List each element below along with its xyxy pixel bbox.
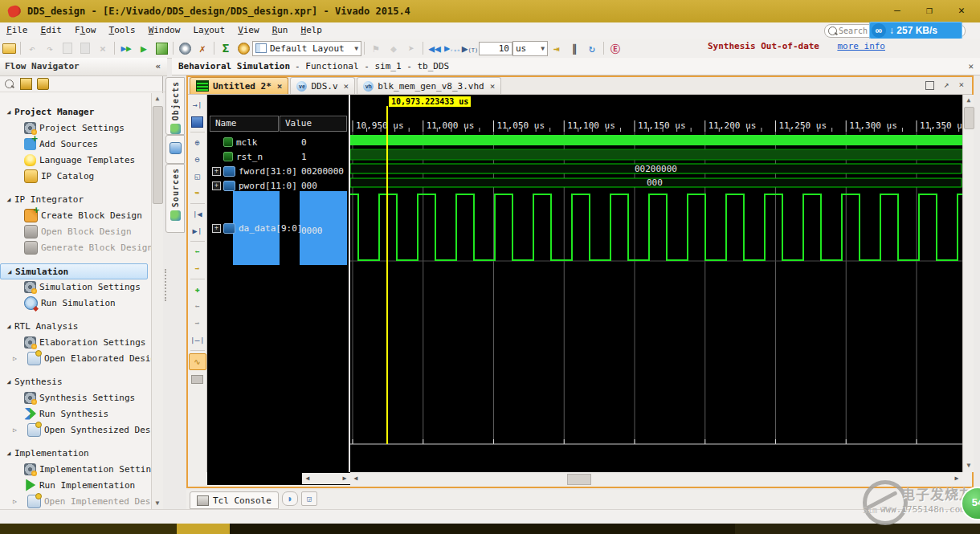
expander-icon[interactable]: ▷ <box>13 498 21 505</box>
flow-item-run-synthesis[interactable]: Run Synthesis <box>0 406 151 421</box>
run-all-icon[interactable]: ▶ᵣᵤₙ <box>444 41 460 55</box>
waveform-canvas[interactable]: 10,950 us11,000 us11,050 us11,100 us11,1… <box>350 95 962 472</box>
menu-item-file[interactable]: File <box>0 23 35 38</box>
expander-icon[interactable]: ▷ <box>13 355 21 362</box>
value-column-header[interactable]: Value <box>280 116 347 132</box>
zoom-out-icon[interactable]: ⊖ <box>190 152 206 167</box>
name-column-header[interactable]: Name <box>210 116 279 132</box>
flow-navigator-scrollbar[interactable]: ▲ ▼ <box>151 93 163 509</box>
signal-name-mclk[interactable]: mclk <box>212 135 291 149</box>
side-tab-scope[interactable] <box>165 135 185 164</box>
tcl-console-tab[interactable]: Tcl Console <box>190 491 279 509</box>
wave-scroll-down-icon[interactable]: ▼ <box>963 460 974 471</box>
sim-time-input[interactable]: 10 <box>479 42 512 55</box>
sigma-report-icon[interactable]: Σ <box>218 41 234 55</box>
expander-icon[interactable]: ▷ <box>13 426 21 434</box>
critical-tools-icon[interactable]: ✗ <box>194 41 210 55</box>
menu-item-help[interactable]: Help <box>295 23 329 38</box>
scrollbar-thumb[interactable] <box>153 106 163 204</box>
expand-signal-icon[interactable]: + <box>212 224 221 233</box>
select-cursor-icon[interactable]: ➤ <box>403 41 419 55</box>
add-marker-icon[interactable]: ✚ <box>190 282 206 297</box>
layout-selector-combo[interactable]: Default Layout▼ <box>252 41 361 56</box>
flow-item-add-sources[interactable]: Add Sources <box>0 137 151 151</box>
save-run-icon[interactable] <box>153 41 169 55</box>
tab-close-icon[interactable]: × <box>490 81 496 92</box>
find-in-console-icon[interactable]: ◲ <box>301 491 317 506</box>
flow-section-implementation[interactable]: ◢Implementation <box>0 446 151 460</box>
redo-icon[interactable]: ↷ <box>42 41 58 55</box>
delete-icon[interactable]: × <box>95 41 111 55</box>
run-design-icon[interactable]: ▶▶ <box>118 41 134 55</box>
step-icon[interactable]: ⇥ <box>549 41 565 55</box>
editor-tab-dds-v[interactable]: veDDS.v× <box>290 77 355 94</box>
close-button[interactable]: ✕ <box>948 2 975 20</box>
open-project-icon[interactable] <box>1 41 17 55</box>
copy-icon[interactable] <box>59 41 76 55</box>
go-to-start-icon[interactable]: ❘◀ <box>190 206 206 222</box>
tab-close-icon[interactable]: × <box>277 81 283 92</box>
download-speed-badge[interactable]: ∞ ↓ 257 KB/s <box>869 22 962 39</box>
collapse-panel-button[interactable]: « <box>155 58 161 75</box>
wave-scroll-left-icon[interactable]: ◀ <box>350 473 361 484</box>
next-marker-icon[interactable]: ➡ <box>190 316 206 331</box>
time-unit-combo[interactable]: us▼ <box>512 41 548 56</box>
breakpoint-icon[interactable]: Ⓔ <box>607 41 623 55</box>
pause-icon[interactable]: ∥ <box>566 41 582 55</box>
menu-item-tools[interactable]: Tools <box>103 23 142 38</box>
flow-section-rtl-analysis[interactable]: ◢RTL Analysis <box>0 319 151 333</box>
relaunch-icon[interactable]: ↻ <box>584 41 600 55</box>
side-tab-sources[interactable]: Sources <box>165 164 185 233</box>
float-ruler-icon[interactable] <box>190 372 206 387</box>
next-transition-icon[interactable]: ➡ <box>190 261 206 276</box>
flow-item-run-implementation[interactable]: Run Implementation <box>0 478 151 492</box>
flow-section-ip-integrator[interactable]: ◢IP Integrator <box>0 192 151 206</box>
flow-item-run-simulation[interactable]: Run Simulation <box>0 296 151 310</box>
prev-marker-icon[interactable]: ⬅ <box>190 299 206 314</box>
signal-name-fword310[interactable]: +fword[31:0] <box>212 164 280 178</box>
float-pane-icon[interactable] <box>925 81 934 90</box>
flow-item-project-settings[interactable]: Project Settings <box>0 120 151 135</box>
zoom-in-icon[interactable]: ⊕ <box>190 135 206 150</box>
name-panel-hscrollbar[interactable]: ◀ ▶ <box>207 472 350 485</box>
flow-item-create-block-design[interactable]: Create Block Design <box>0 208 151 222</box>
dim-tool-icon[interactable]: ◆ <box>386 41 402 55</box>
gear-yellow-icon[interactable] <box>235 41 251 55</box>
flow-item-open-elaborated-design[interactable]: ▷Open Elaborated Design <box>0 351 151 365</box>
save-waveform-icon[interactable] <box>190 114 206 129</box>
flow-section-synthesis[interactable]: ◢Synthesis <box>0 374 151 389</box>
flow-item-synthesis-settings[interactable]: Synthesis Settings <box>0 390 151 405</box>
collapse-all-icon[interactable] <box>20 78 32 90</box>
expand-signal-icon[interactable]: + <box>212 167 221 176</box>
run-green-icon[interactable]: ▶ <box>136 41 152 55</box>
editor-tab-blk-mem-gen-v8-3-vhd[interactable]: vhblk_mem_gen_v8_3.vhd× <box>357 77 501 94</box>
panel-splitter[interactable] <box>165 269 169 301</box>
run-for-time-icon[interactable]: ▶(T) <box>462 41 478 55</box>
flow-search-icon[interactable] <box>5 79 14 88</box>
wave-scroll-right-icon[interactable]: ▶ <box>951 473 962 484</box>
wave-vertical-scrollbar[interactable]: ▲ ▼ <box>962 95 974 472</box>
goto-time-icon[interactable]: →❘ <box>190 97 206 112</box>
context-close-icon[interactable]: ✕ <box>968 58 974 75</box>
message-bubble-icon[interactable]: ◗ <box>282 491 298 506</box>
wave-scroll-up-icon[interactable]: ▲ <box>963 95 974 106</box>
undo-icon[interactable]: ↶ <box>24 41 40 55</box>
minimize-button[interactable]: — <box>884 2 911 20</box>
side-tab-objects[interactable]: Objects <box>165 77 185 135</box>
flow-section-simulation[interactable]: ◢Simulation <box>0 263 148 279</box>
restart-sim-icon[interactable]: ◀◀ <box>427 41 443 55</box>
flow-item-implementation-settings[interactable]: Implementation Settings <box>0 462 151 476</box>
maximize-button[interactable]: ❐ <box>916 2 943 20</box>
flow-item-ip-catalog[interactable]: IP Catalog <box>0 169 151 183</box>
menu-item-run[interactable]: Run <box>266 23 295 38</box>
editor-tab-untitled-2-[interactable]: Untitled 2*× <box>190 77 288 94</box>
menu-item-edit[interactable]: Edit <box>35 23 69 38</box>
paste-icon[interactable] <box>77 41 93 55</box>
snap-to-transition-icon[interactable]: ∿ <box>189 353 206 370</box>
expand-signal-icon[interactable]: + <box>212 181 221 190</box>
prev-transition-icon[interactable]: ⬅ <box>190 244 206 259</box>
expand-all-icon[interactable] <box>37 78 49 90</box>
flow-section-project-manager[interactable]: ◢Project Manager <box>0 104 151 119</box>
name-scroll-right-icon[interactable]: ▶ <box>339 473 350 484</box>
tab-close-icon[interactable]: × <box>344 81 349 92</box>
